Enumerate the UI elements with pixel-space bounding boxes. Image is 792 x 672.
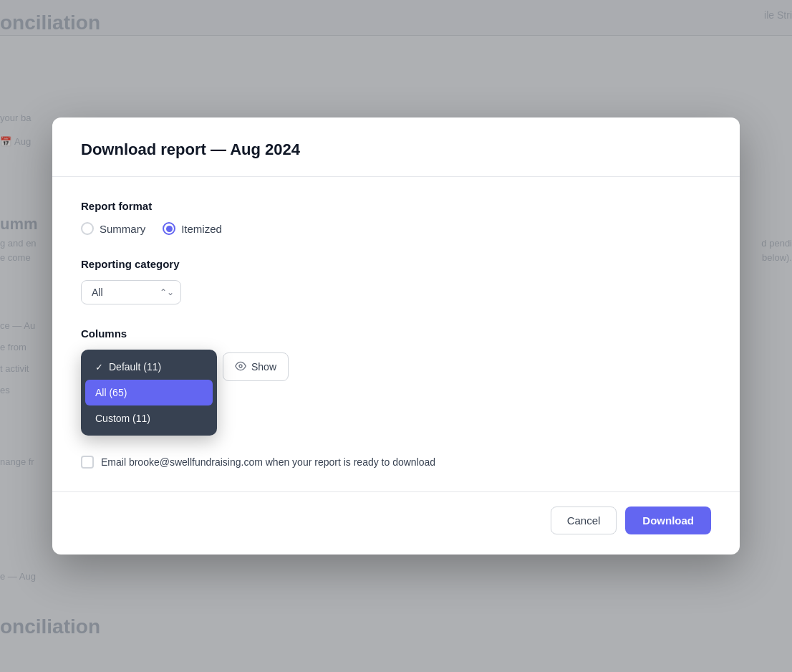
dropdown-item-custom[interactable]: Custom (11): [85, 405, 213, 431]
report-format-label: Report format: [81, 200, 711, 212]
modal-overlay: Download report — Aug 2024 Report format…: [0, 0, 792, 672]
radio-summary-label: Summary: [100, 223, 145, 235]
svg-point-0: [239, 365, 242, 368]
columns-label: Columns: [81, 327, 711, 340]
cancel-button[interactable]: Cancel: [551, 507, 617, 534]
modal-body: Report format Summary Itemized Re: [52, 177, 740, 491]
dropdown-item-default-label: Default (11): [109, 361, 161, 373]
reporting-category-select-wrapper: All Payments Refunds Payouts ⌃⌄: [81, 280, 181, 304]
modal-title: Download report — Aug 2024: [81, 140, 711, 159]
radio-summary-input[interactable]: [81, 222, 94, 235]
checkmark-icon: ✓: [95, 362, 103, 373]
dropdown-item-all-label: All (65): [95, 387, 127, 398]
dropdown-item-all[interactable]: All (65): [85, 380, 213, 405]
radio-summary[interactable]: Summary: [81, 222, 145, 235]
reporting-category-select[interactable]: All Payments Refunds Payouts: [81, 280, 181, 304]
reporting-category-label: Reporting category: [81, 258, 711, 270]
radio-group: Summary Itemized: [81, 222, 711, 235]
email-notification-row: Email brooke@swellfundraising.com when y…: [81, 456, 711, 469]
radio-itemized-label: Itemized: [181, 223, 222, 235]
modal-header: Download report — Aug 2024: [52, 117, 740, 177]
show-button-label: Show: [251, 361, 276, 373]
radio-itemized[interactable]: Itemized: [163, 222, 222, 235]
dropdown-item-default[interactable]: ✓ Default (11): [85, 354, 213, 380]
columns-dropdown-menu: ✓ Default (11) All (65) Custom (11): [81, 350, 217, 436]
reporting-category-section: Reporting category All Payments Refunds …: [81, 258, 711, 304]
download-button[interactable]: Download: [625, 507, 711, 534]
email-notification-label: Email brooke@swellfundraising.com when y…: [101, 456, 435, 468]
email-notification-checkbox[interactable]: [81, 456, 94, 469]
download-report-modal: Download report — Aug 2024 Report format…: [52, 117, 740, 555]
report-format-section: Report format Summary Itemized: [81, 200, 711, 235]
columns-controls: ✓ Default (11) All (65) Custom (11): [81, 350, 711, 436]
show-columns-button[interactable]: Show: [223, 352, 289, 381]
eye-icon: [235, 360, 246, 374]
modal-footer: Cancel Download: [52, 491, 740, 555]
dropdown-item-custom-label: Custom (11): [95, 413, 150, 424]
radio-itemized-input[interactable]: [163, 222, 175, 235]
columns-section: Columns ✓ Default (11) All (65) Custom (…: [81, 327, 711, 436]
